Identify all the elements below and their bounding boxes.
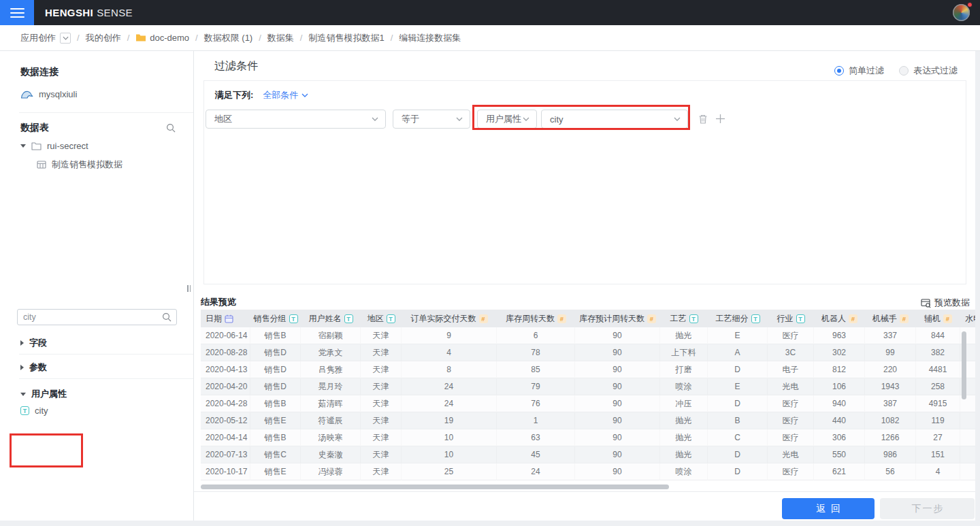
table-cell: 387 (865, 395, 916, 412)
match-all-conditions-dropdown[interactable]: 全部条件 (263, 89, 308, 101)
filter-value-type: 用户属性 (486, 113, 523, 125)
table-row: 2020-04-13销售D吕隽雅天津88590打磨D电子8122204481 (201, 361, 975, 378)
back-button[interactable]: 返回 (782, 498, 875, 519)
section-user-attributes[interactable]: 用户属性 (20, 388, 67, 400)
filter-field-select[interactable]: 地区 (206, 110, 386, 129)
table-cell: 940 (814, 395, 865, 412)
column-header-label: 地区 (368, 313, 384, 325)
radio-selected-icon (834, 66, 844, 76)
column-header: 地区T (361, 310, 402, 327)
table-cell: D (708, 463, 768, 480)
table-cell: 天津 (361, 446, 402, 463)
column-header-label: 工艺 (670, 313, 687, 325)
table-cell: 电子 (768, 361, 814, 378)
table-cell (960, 429, 975, 446)
breadcrumb-item[interactable]: 数据权限 (1) (204, 32, 253, 44)
breadcrumb-item-label: 数据权限 (1) (204, 32, 253, 44)
text-type-icon: T (751, 314, 760, 323)
folder-icon (135, 33, 146, 42)
app-logo: HENGSHI SENSE (45, 0, 133, 25)
column-header: 库存周转天数# (497, 310, 575, 327)
column-header: 库存预计周转天数# (575, 310, 660, 327)
number-type-icon: # (647, 314, 656, 323)
caret-down-icon (20, 144, 26, 148)
table-cell: 天津 (361, 361, 402, 378)
next-button[interactable]: 下一步 (880, 498, 975, 519)
connection-item-mysqlxiuli[interactable]: mysqlxiuli (20, 89, 77, 99)
radio-expression-filter[interactable]: 表达式过滤 (899, 65, 958, 77)
column-header-label: 日期 (206, 313, 222, 325)
table-row: 2020-07-13销售C史秦澈天津104590抛光D光电550986151 (201, 446, 975, 463)
breadcrumb-item[interactable]: 制造销售模拟数据1 (308, 32, 384, 44)
table-cell: 90 (575, 446, 660, 463)
table-cell: C (708, 429, 768, 446)
section-parameters[interactable]: 参数 (20, 361, 47, 374)
filter-value-select[interactable]: city (541, 110, 688, 129)
notification-dot (967, 2, 973, 7)
table-cell: 1 (497, 412, 575, 429)
page-title: 过滤条件 (214, 59, 258, 73)
table-cell: 2020-05-12 (201, 412, 250, 429)
breadcrumb-item[interactable]: 数据集 (267, 32, 294, 44)
table-cell (960, 412, 975, 429)
table-cell: 销售D (250, 378, 301, 395)
breadcrumb-dropdown-toggle[interactable] (60, 33, 71, 44)
table-cell: 党承文 (301, 344, 361, 361)
table-cell: 90 (575, 327, 660, 344)
table-cell: 25 (402, 463, 497, 480)
field-search-box (17, 309, 177, 325)
filter-field-value: 地区 (214, 113, 372, 125)
table-cell: 550 (814, 446, 865, 463)
table-search-icon[interactable] (166, 123, 176, 135)
field-search-input[interactable] (18, 312, 162, 322)
user-attribute-item-city[interactable]: T city (20, 406, 48, 416)
breadcrumb-item[interactable]: 我的创作 (86, 32, 121, 44)
table-cell: 24 (497, 463, 575, 480)
chevron-down-icon (523, 117, 529, 121)
breadcrumb-item-label: 编辑连接数据集 (399, 32, 461, 44)
tree-table-item[interactable]: 制造销售模拟数据 (37, 159, 122, 171)
table-cell: 天津 (361, 327, 402, 344)
tree-table-label: 制造销售模拟数据 (52, 159, 122, 171)
number-type-icon: # (557, 314, 566, 323)
tree-folder-rui-secrect[interactable]: rui-secrect (20, 141, 88, 151)
table-cell: 医疗 (768, 412, 814, 429)
filter-value-type-select[interactable]: 用户属性 (477, 110, 537, 129)
text-type-icon: T (689, 314, 698, 323)
add-condition-button[interactable] (715, 114, 725, 124)
delete-condition-button[interactable] (698, 114, 708, 125)
table-cell: 光电 (768, 378, 814, 395)
table-row: 2020-08-28销售D党承文天津47890上下料A3C30299382 (201, 344, 975, 361)
filter-panel: 满足下列: 全部条件 地区 等于 用户属性 city (203, 80, 966, 284)
preview-data-button[interactable]: 预览数据 (921, 297, 970, 309)
column-header: 机器人# (814, 310, 865, 327)
chevron-down-icon (674, 117, 681, 121)
trash-icon (698, 114, 708, 125)
text-type-icon: T (796, 314, 805, 323)
vertical-scrollbar[interactable] (962, 331, 966, 399)
main-panel: 过滤条件 简单过滤 表达式过滤 满足下列: 全部条件 地区 等于 用户属性 (194, 51, 975, 521)
column-header-label: 用户姓名 (309, 313, 342, 325)
filter-operator-select[interactable]: 等于 (393, 110, 470, 129)
section-fields[interactable]: 字段 (20, 337, 47, 349)
horizontal-scrollbar[interactable] (201, 484, 669, 489)
brand-primary: HENGSHI (45, 7, 93, 18)
table-cell: 10 (402, 446, 497, 463)
breadcrumb-item[interactable]: doc-demo (135, 33, 189, 43)
table-cell: 天津 (361, 344, 402, 361)
radio-unselected-icon (899, 66, 909, 76)
radio-simple-filter[interactable]: 简单过滤 (834, 65, 884, 77)
hamburger-menu-button[interactable] (0, 0, 34, 25)
breadcrumb-item[interactable]: 应用创作 (20, 32, 71, 44)
table-cell: 85 (497, 361, 575, 378)
table-cell: 4 (402, 344, 497, 361)
pane-splitter-handle[interactable] (185, 284, 193, 293)
table-cell: 医疗 (768, 327, 814, 344)
caret-down-icon (20, 393, 26, 396)
text-type-icon: T (20, 406, 29, 415)
preview-data-icon (921, 298, 931, 308)
table-cell: 2020-04-14 (201, 429, 250, 446)
table-cell: 79 (497, 378, 575, 395)
table-cell: 冲压 (660, 395, 708, 412)
breadcrumb-item[interactable]: 编辑连接数据集 (399, 32, 461, 44)
